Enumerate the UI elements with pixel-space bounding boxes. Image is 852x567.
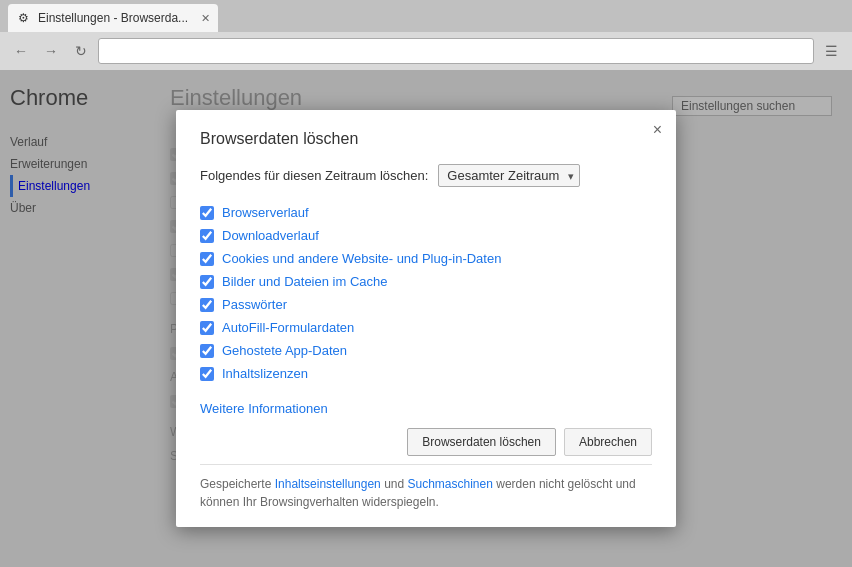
checkbox-item-2: Cookies und andere Website- und Plug-in-… [200, 247, 652, 270]
back-button[interactable]: ← [8, 38, 34, 64]
tab-favicon: ⚙ [18, 11, 32, 25]
dialog-title: Browserdaten löschen [200, 130, 652, 148]
modal-overlay: Browserdaten löschen × Folgendes für die… [0, 70, 852, 567]
dialog-info-text: Gespeicherte Inhaltseinstellungen und Su… [200, 464, 652, 511]
checkbox-label-3: Bilder und Dateien im Cache [222, 274, 387, 289]
menu-button[interactable]: ☰ [818, 38, 844, 64]
info-text-1: Gespeicherte [200, 477, 275, 491]
more-info-link[interactable]: Weitere Informationen [200, 401, 328, 416]
checkbox-item-3: Bilder und Dateien im Cache [200, 270, 652, 293]
address-bar[interactable]: chrome://settings/clearBrowserData [98, 38, 814, 64]
checkbox-label-6: Gehostete App-Daten [222, 343, 347, 358]
checkbox-label-4: Passwörter [222, 297, 287, 312]
cancel-button[interactable]: Abbrechen [564, 428, 652, 456]
checkbox-label-2: Cookies und andere Website- und Plug-in-… [222, 251, 501, 266]
active-tab[interactable]: ⚙ Einstellungen - Browserda... ✕ [8, 4, 218, 32]
checkbox-label-0: Browserverlauf [222, 205, 309, 220]
checkbox-item-5: AutoFill-Formulardaten [200, 316, 652, 339]
checkbox-item-1: Downloadverlauf [200, 224, 652, 247]
reload-button[interactable]: ↻ [68, 38, 94, 64]
checkbox-item-6: Gehostete App-Daten [200, 339, 652, 362]
tab-label: Einstellungen - Browserda... [38, 11, 188, 25]
forward-button[interactable]: → [38, 38, 64, 64]
checkbox-list: BrowserverlaufDownloadverlaufCookies und… [200, 201, 652, 385]
checkbox-1[interactable] [200, 229, 214, 243]
info-link-inhaltseinstellungen[interactable]: Inhaltseinstellungen [275, 477, 381, 491]
time-select[interactable]: Gesamter ZeitraumLetzte StundeLetzten Ta… [438, 164, 580, 187]
checkbox-label-7: Inhaltslizenzen [222, 366, 308, 381]
checkbox-label-1: Downloadverlauf [222, 228, 319, 243]
tab-close-button[interactable]: ✕ [201, 12, 210, 25]
checkbox-item-4: Passwörter [200, 293, 652, 316]
delete-button[interactable]: Browserdaten löschen [407, 428, 556, 456]
time-row: Folgendes für diesen Zeitraum löschen: G… [200, 164, 652, 187]
checkbox-item-7: Inhaltslizenzen [200, 362, 652, 385]
clear-browser-data-dialog: Browserdaten löschen × Folgendes für die… [176, 110, 676, 527]
time-label: Folgendes für diesen Zeitraum löschen: [200, 168, 428, 183]
checkbox-3[interactable] [200, 275, 214, 289]
checkbox-4[interactable] [200, 298, 214, 312]
checkbox-0[interactable] [200, 206, 214, 220]
dialog-footer-links: Weitere Informationen [200, 401, 652, 416]
checkbox-6[interactable] [200, 344, 214, 358]
checkbox-item-0: Browserverlauf [200, 201, 652, 224]
dialog-close-button[interactable]: × [653, 122, 662, 138]
checkbox-2[interactable] [200, 252, 214, 266]
time-select-wrapper[interactable]: Gesamter ZeitraumLetzte StundeLetzten Ta… [438, 164, 580, 187]
dialog-buttons: Browserdaten löschen Abbrechen [200, 428, 652, 456]
info-text-2: und [381, 477, 408, 491]
browser-chrome: ⚙ Einstellungen - Browserda... ✕ ← → ↻ c… [0, 0, 852, 70]
info-link-suchmaschinen[interactable]: Suchmaschinen [408, 477, 493, 491]
checkbox-label-5: AutoFill-Formulardaten [222, 320, 354, 335]
page-content: Chrome Verlauf Erweiterungen Einstellung… [0, 70, 852, 567]
tab-bar: ⚙ Einstellungen - Browserda... ✕ [0, 0, 852, 32]
toolbar: ← → ↻ chrome://settings/clearBrowserData… [0, 32, 852, 70]
checkbox-5[interactable] [200, 321, 214, 335]
checkbox-7[interactable] [200, 367, 214, 381]
